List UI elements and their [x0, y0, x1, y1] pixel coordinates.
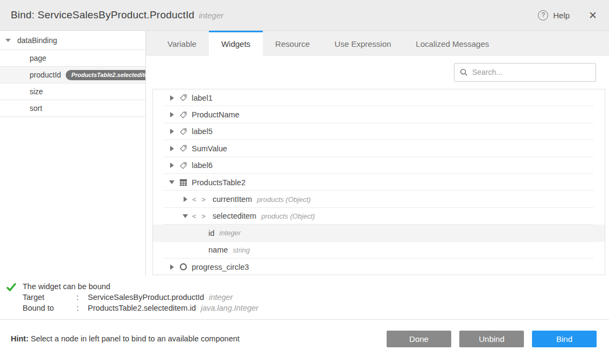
tree-row-type: string	[233, 246, 250, 254]
status-target-value: ServiceSalesByProduct.productId	[88, 293, 204, 302]
status-colon: :	[76, 304, 88, 312]
bind-dialog: Bind: ServiceSalesByProduct.ProductId in…	[0, 0, 609, 364]
hint-text: Hint: Select a node in left panel to bin…	[11, 334, 240, 343]
status-target-label: Target	[23, 293, 76, 302]
tree-row-sumvalue[interactable]: SumValue	[153, 140, 605, 157]
chevron-down-icon[interactable]	[183, 214, 188, 218]
tree-row-label: label1	[192, 94, 213, 102]
tree-row-label1[interactable]: label1	[153, 89, 605, 106]
tree-row-label: ProductsTable2	[192, 178, 246, 187]
tab-widgets[interactable]: Widgets	[209, 31, 263, 55]
widgets-tree: label1 ProductName label5	[152, 89, 605, 275]
tree-row-type: products (Object)	[257, 195, 311, 204]
tree-row-label: id	[208, 229, 214, 237]
tree-row-label: selecteditem	[213, 212, 256, 220]
status-boundto-type: java.lang.Integer	[201, 304, 258, 312]
tab-resource[interactable]: Resource	[263, 31, 322, 55]
hint-label: Hint:	[11, 334, 29, 343]
status-message: The widget can be bound	[23, 282, 258, 291]
search-row	[146, 55, 609, 89]
status-colon: :	[76, 293, 88, 302]
dialog-title-type: integer	[199, 11, 223, 20]
chevron-right-icon[interactable]	[183, 197, 188, 202]
tree-row-type: integer	[219, 229, 241, 237]
close-icon[interactable]: ✕	[589, 10, 597, 20]
tab-use-expression[interactable]: Use Expression	[322, 31, 403, 55]
chevron-right-icon[interactable]	[169, 146, 174, 151]
binding-badge: ProductsTable2.selecteditem	[66, 70, 145, 80]
search-box[interactable]	[454, 63, 596, 82]
status-boundto-value: ProductsTable2.selecteditem.id	[88, 304, 196, 312]
tree-row-type: products (Object)	[261, 212, 315, 220]
status-boundto-row: Bound to : ProductsTable2.selecteditem.i…	[23, 304, 258, 312]
code-brackets-icon: < >	[192, 212, 207, 220]
chevron-right-icon[interactable]	[169, 264, 174, 270]
chevron-right-icon[interactable]	[169, 163, 174, 168]
tree-node-label: sort	[30, 104, 42, 113]
tree-node-sort[interactable]: sort	[0, 100, 145, 117]
tree-row-selecteditem[interactable]: < > selecteditem products (Object)	[153, 208, 605, 225]
progress-circle-icon	[179, 263, 187, 270]
bind-button[interactable]: Bind	[532, 331, 597, 347]
code-brackets-icon: < >	[192, 195, 207, 204]
success-check-icon	[6, 282, 23, 319]
dialog-footer: Hint: Select a node in left panel to bin…	[0, 319, 609, 364]
unbind-button[interactable]: Unbind	[459, 331, 524, 347]
binding-target-panel: dataBinding page productId ProductsTable…	[0, 31, 146, 276]
tree-row-productname[interactable]: ProductName	[153, 106, 605, 123]
tab-localized-messages[interactable]: Localized Messages	[403, 31, 501, 55]
dialog-header: Bind: ServiceSalesByProduct.ProductId in…	[0, 0, 609, 31]
tree-row-currentitem[interactable]: < > currentItem products (Object)	[153, 191, 605, 207]
tree-row-name[interactable]: name string	[153, 242, 605, 258]
tree-row-label: label5	[192, 127, 213, 136]
status-target-row: Target : ServiceSalesByProduct.productId…	[23, 293, 258, 302]
tree-node-label: dataBinding	[17, 36, 57, 45]
tab-bar: Variable Widgets Resource Use Expression…	[146, 31, 609, 55]
dialog-title: Bind: ServiceSalesByProduct.ProductId	[11, 9, 194, 21]
tree-row-label: label6	[192, 161, 213, 170]
search-icon	[460, 68, 468, 76]
help-button[interactable]: Help	[553, 11, 570, 20]
tag-icon	[179, 111, 187, 119]
tag-icon	[179, 144, 187, 152]
tree-row-label: ProductName	[192, 110, 240, 119]
chevron-right-icon[interactable]	[169, 95, 174, 101]
tree-row-productstable2[interactable]: ProductsTable2	[153, 174, 605, 191]
search-input[interactable]	[472, 68, 590, 76]
tree-row-progress-circle3[interactable]: progress_circle3	[153, 258, 605, 275]
chevron-down-icon[interactable]	[5, 39, 11, 42]
help-icon[interactable]: ?	[538, 10, 548, 20]
chevron-down-icon[interactable]	[169, 180, 174, 184]
tag-icon	[179, 162, 187, 170]
tree-node-page[interactable]: page	[0, 50, 145, 67]
tree-node-label: size	[30, 87, 43, 96]
chevron-right-icon[interactable]	[169, 129, 174, 134]
table-icon	[179, 179, 187, 186]
tree-row-label6[interactable]: label6	[153, 157, 605, 174]
tab-variable[interactable]: Variable	[155, 31, 209, 55]
tree-node-databinding[interactable]: dataBinding	[0, 31, 145, 50]
tree-node-size[interactable]: size	[0, 83, 145, 100]
tree-row-label: name	[208, 246, 228, 254]
done-button[interactable]: Done	[387, 331, 451, 347]
status-boundto-label: Bound to	[23, 304, 76, 312]
tree-node-label: productId	[30, 71, 61, 79]
tree-row-label: SumValue	[192, 144, 227, 153]
status-target-type: integer	[209, 293, 233, 302]
binding-status: The widget can be bound Target : Service…	[0, 276, 609, 319]
tree-node-label: page	[30, 54, 46, 62]
tree-row-label: progress_circle3	[192, 263, 249, 271]
tree-row-label: currentItem	[213, 195, 252, 204]
tree-row-label5[interactable]: label5	[153, 123, 605, 140]
tag-icon	[179, 128, 187, 136]
tree-node-productid[interactable]: productId ProductsTable2.selecteditem	[0, 67, 145, 83]
chevron-right-icon[interactable]	[169, 112, 174, 117]
tree-row-id[interactable]: id integer	[153, 225, 605, 241]
tag-icon	[179, 94, 187, 102]
